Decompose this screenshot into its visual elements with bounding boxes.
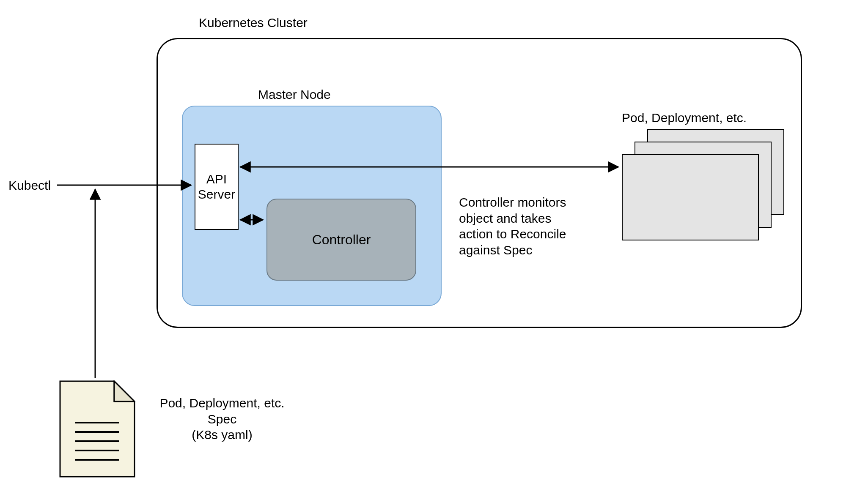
- spec-label: Pod, Deployment, etc.Spec(K8s yaml): [146, 395, 298, 443]
- diagram-canvas: Kubernetes Cluster Master Node APIServer…: [0, 0, 868, 486]
- kubectl-label: Kubectl: [8, 177, 51, 194]
- api-server-box: APIServer: [195, 144, 239, 230]
- api-server-label: APIServer: [198, 172, 235, 202]
- master-node-label: Master Node: [258, 87, 331, 103]
- controller-label: Controller: [312, 232, 371, 248]
- controller-box: Controller: [266, 199, 416, 281]
- resources-label: Pod, Deployment, etc.: [622, 110, 747, 126]
- document-icon: [59, 380, 135, 478]
- controller-description: Controller monitorsobject and takesactio…: [459, 194, 611, 258]
- resource-card: [622, 154, 759, 240]
- cluster-title: Kubernetes Cluster: [199, 15, 308, 31]
